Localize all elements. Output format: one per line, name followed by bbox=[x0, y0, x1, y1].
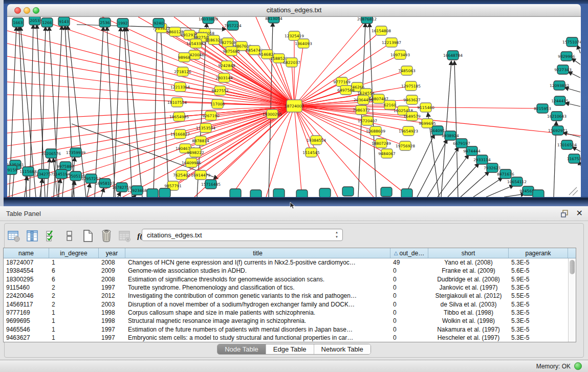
column-header-out_de[interactable]: △out_de… bbox=[390, 248, 428, 258]
table-row[interactable]: 1938455462009Genome-wide association stu… bbox=[4, 267, 576, 275]
network-canvas[interactable]: 7163822886012889129352822605898275058186… bbox=[7, 17, 581, 197]
network-node[interactable]: 10688609 bbox=[366, 126, 385, 136]
network-node[interactable]: 1992 bbox=[117, 18, 128, 28]
network-node[interactable]: 7932621 bbox=[484, 163, 501, 172]
network-node[interactable]: 9227343 bbox=[554, 65, 572, 74]
network-node[interactable]: 16033809 bbox=[199, 17, 218, 24]
network-node[interactable]: 12213987 bbox=[382, 38, 401, 47]
network-node[interactable]: 18107554 bbox=[167, 98, 187, 107]
network-node[interactable]: 16154808 bbox=[372, 26, 391, 35]
network-node[interactable] bbox=[159, 188, 170, 197]
network-node[interactable]: 19384554 bbox=[307, 136, 326, 145]
network-node[interactable]: 18724007 bbox=[285, 100, 304, 112]
table-select-dropdown[interactable]: citations_edges.txt ▲▼ bbox=[142, 229, 343, 241]
column-header-short[interactable]: short bbox=[428, 248, 509, 258]
network-node[interactable]: 7485063 bbox=[398, 66, 416, 75]
network-node[interactable]: 7625402 bbox=[173, 170, 190, 180]
table-row[interactable]: 1456911722003Disruption of a novel membe… bbox=[4, 300, 576, 308]
network-node[interactable]: 20876812 bbox=[357, 17, 377, 24]
table-row[interactable]: 1830029562008Estimation of significance … bbox=[4, 275, 576, 283]
network-node[interactable]: 1514545 bbox=[302, 148, 320, 157]
network-node[interactable] bbox=[401, 189, 412, 197]
close-panel-icon[interactable]: ✕ bbox=[576, 208, 583, 218]
network-node[interactable]: 9329966 bbox=[558, 52, 575, 61]
network-node[interactable]: 7857224 bbox=[224, 21, 242, 30]
select-all-button[interactable] bbox=[44, 229, 58, 243]
network-node[interactable]: 9267190 bbox=[202, 111, 220, 120]
node-label: 1992 bbox=[118, 21, 127, 26]
network-node[interactable]: 117006 bbox=[210, 99, 225, 108]
column-header-name[interactable]: name bbox=[4, 248, 49, 258]
network-node[interactable]: 8215953 bbox=[534, 104, 551, 113]
network-node[interactable]: 9240 bbox=[153, 18, 164, 28]
network-node[interactable] bbox=[230, 189, 241, 197]
network-node[interactable]: 15751074 bbox=[562, 37, 581, 47]
network-node[interactable]: 98968 bbox=[178, 53, 190, 62]
network-node[interactable]: 8471676 bbox=[497, 169, 514, 179]
column-visibility-button[interactable] bbox=[26, 229, 39, 243]
network-node[interactable]: 1663 bbox=[12, 18, 24, 27]
network-window-titlebar[interactable]: citations_edges.txt bbox=[7, 4, 581, 17]
network-node[interactable]: 9463627 bbox=[403, 95, 421, 104]
table-row[interactable]: 2242004622012Investigating the contribut… bbox=[4, 292, 576, 300]
network-node[interactable]: 2536 bbox=[99, 18, 111, 27]
node-label: 8215953 bbox=[534, 106, 551, 111]
network-node[interactable]: 12093832 bbox=[550, 81, 569, 90]
network-node[interactable]: 1244415 bbox=[551, 96, 569, 105]
network-node[interactable] bbox=[147, 189, 158, 197]
node-label: 1624554 bbox=[357, 91, 375, 96]
scrollbar-thumb[interactable] bbox=[570, 260, 575, 274]
network-node[interactable]: 16648784 bbox=[443, 51, 463, 60]
network-node[interactable]: 15720407 bbox=[358, 116, 377, 125]
toggle-rows-button[interactable] bbox=[62, 229, 76, 243]
table-row[interactable]: 977716911998Corpus callosum shape and si… bbox=[4, 309, 576, 317]
network-node[interactable]: 19654985 bbox=[169, 112, 189, 121]
network-node[interactable]: 20206576 bbox=[41, 149, 61, 158]
column-header-title[interactable]: title bbox=[125, 248, 390, 258]
network-node[interactable]: 19166827 bbox=[170, 129, 190, 139]
column-header-year[interactable]: year bbox=[99, 248, 125, 258]
column-header-in_degree[interactable]: in_degree bbox=[49, 248, 99, 258]
tab-network-table[interactable]: Network Table bbox=[314, 344, 371, 354]
network-node[interactable]: 1266 bbox=[41, 18, 53, 27]
network-node[interactable] bbox=[296, 190, 308, 197]
column-header-pagerank[interactable]: pagerank bbox=[509, 248, 568, 258]
table-row[interactable]: 911546021997Tourette syndrome. Phenomeno… bbox=[4, 283, 576, 292]
network-node[interactable]: 19756928 bbox=[396, 141, 415, 150]
network-node[interactable]: 8427552 bbox=[211, 86, 229, 95]
float-panel-icon[interactable] bbox=[560, 209, 570, 218]
tab-node-table[interactable]: Node Table bbox=[217, 344, 266, 354]
network-node[interactable] bbox=[319, 188, 331, 197]
network-node[interactable] bbox=[381, 187, 392, 196]
network-node[interactable] bbox=[342, 187, 354, 196]
network-node[interactable] bbox=[533, 190, 544, 197]
table-cell: 2008 bbox=[99, 259, 125, 266]
table-row[interactable]: 1872400712008Changes of HCN gene express… bbox=[4, 258, 576, 267]
node-label: 16210643 bbox=[547, 114, 567, 119]
network-node[interactable]: 9143 bbox=[58, 17, 70, 26]
network-node[interactable]: 16210643 bbox=[547, 112, 567, 121]
network-node[interactable]: 19654923 bbox=[399, 126, 418, 136]
network-node[interactable]: 17359939 bbox=[66, 148, 85, 157]
network-node[interactable] bbox=[250, 190, 262, 197]
table-row[interactable]: 946362711997Embryonic stem cells: a mode… bbox=[4, 334, 576, 342]
new-table-button[interactable] bbox=[81, 229, 95, 243]
table-row[interactable]: 946554611997Estimation of the future num… bbox=[4, 325, 576, 333]
network-node[interactable]: 9242848 bbox=[218, 61, 235, 70]
network-canvas-area[interactable]: 7163822886012889129352822605898275058186… bbox=[7, 17, 581, 197]
table-cell: Franke et al. (2009) bbox=[428, 267, 509, 274]
network-node[interactable]: 8813054 bbox=[265, 17, 282, 23]
network-node[interactable]: 2053 bbox=[29, 17, 40, 25]
network-node[interactable]: 116753 bbox=[567, 154, 581, 163]
network-node[interactable]: 9115460 bbox=[417, 103, 434, 112]
network-node[interactable]: 12975185 bbox=[401, 81, 421, 91]
network-node[interactable]: 2933114 bbox=[473, 155, 491, 164]
table-options-button[interactable] bbox=[7, 229, 21, 243]
delete-table-button[interactable] bbox=[99, 229, 113, 243]
tab-edge-table[interactable]: Edge Table bbox=[266, 344, 314, 354]
network-node[interactable]: 15716485 bbox=[201, 180, 221, 189]
network-node[interactable]: 39159 bbox=[7, 165, 17, 174]
network-node[interactable] bbox=[273, 189, 285, 197]
table-row[interactable]: 969969511998Structural magnetic resonanc… bbox=[4, 317, 576, 325]
vertical-scrollbar[interactable] bbox=[568, 258, 576, 342]
